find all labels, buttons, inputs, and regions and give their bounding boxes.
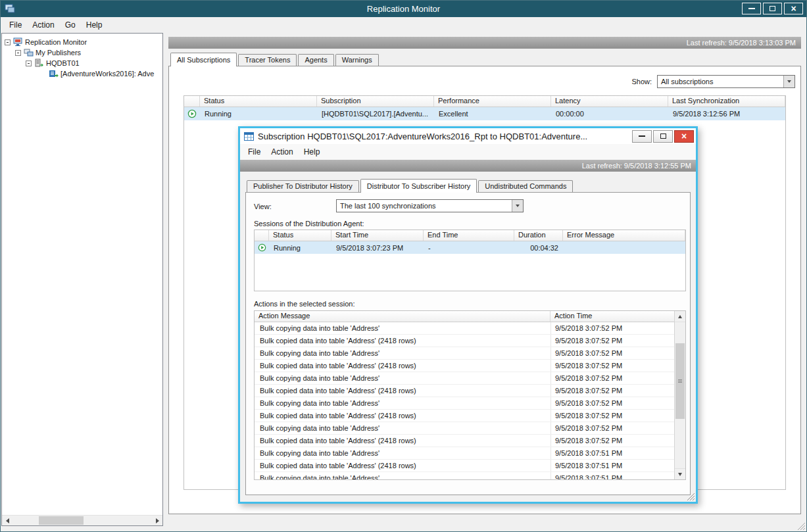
- tab-undistributed-commands[interactable]: Undistributed Commands: [478, 180, 573, 192]
- actions-vertical-scrollbar[interactable]: [674, 311, 685, 479]
- tab-all-subscriptions[interactable]: All Subscriptions: [170, 53, 237, 66]
- dialog-menu-action[interactable]: Action: [266, 145, 298, 158]
- arrow-left-icon: [6, 518, 9, 523]
- action-row[interactable]: Bulk copied data into table 'Address' (2…: [255, 435, 685, 447]
- tree-horizontal-scrollbar[interactable]: [2, 515, 162, 525]
- menu-action[interactable]: Action: [27, 18, 59, 32]
- column-header-error-message[interactable]: Error Message: [563, 230, 685, 241]
- show-combobox-value: All subscriptions: [658, 76, 783, 87]
- publisher-tree-panel: Replication Monitor My Publishers HQDBT0…: [1, 33, 163, 526]
- dialog-resize-grip[interactable]: [686, 492, 695, 501]
- chevron-down-icon[interactable]: [512, 200, 523, 212]
- table-grid-icon: [244, 132, 254, 141]
- dialog-maximize-button[interactable]: [653, 130, 673, 143]
- action-row[interactable]: Bulk copying data into table 'Address'9/…: [255, 322, 685, 335]
- maximize-icon: [660, 133, 666, 139]
- replication-monitor-icon: [12, 37, 23, 47]
- tab-agents[interactable]: Agents: [298, 54, 333, 66]
- subscription-row[interactable]: Running [HQDBT01\SQL2017].[Adventu... Ex…: [184, 107, 785, 120]
- column-header-status[interactable]: Status: [200, 96, 317, 107]
- tab-publisher-to-distributor-history[interactable]: Publisher To Distributor History: [247, 180, 359, 192]
- column-header-status-icon[interactable]: [255, 230, 269, 241]
- action-row[interactable]: Bulk copying data into table 'Address'9/…: [255, 422, 685, 435]
- action-row[interactable]: Bulk copying data into table 'Address'9/…: [255, 472, 685, 480]
- dialog-minimize-button[interactable]: [632, 130, 652, 143]
- arrow-up-icon: [678, 315, 682, 318]
- scrollbar-thumb[interactable]: [39, 516, 84, 525]
- column-header-action-message[interactable]: Action Message: [255, 311, 550, 322]
- close-button[interactable]: ×: [784, 3, 803, 14]
- window-resize-grip[interactable]: [796, 521, 806, 531]
- show-label: Show:: [631, 78, 652, 85]
- action-row[interactable]: Bulk copied data into table 'Address' (2…: [255, 360, 685, 372]
- main-menubar: File Action Go Help: [1, 17, 806, 33]
- column-header-subscription[interactable]: Subscription: [317, 96, 434, 107]
- dialog-menu-help[interactable]: Help: [299, 145, 326, 158]
- column-header-status[interactable]: Status: [269, 230, 331, 241]
- column-header-performance[interactable]: Performance: [434, 96, 551, 107]
- close-icon: ×: [791, 4, 796, 13]
- column-header-duration[interactable]: Duration: [514, 230, 563, 241]
- menu-help[interactable]: Help: [81, 18, 108, 32]
- menu-file[interactable]: File: [4, 18, 27, 32]
- scroll-up-button[interactable]: [675, 311, 685, 322]
- tab-tracer-tokens[interactable]: Tracer Tokens: [238, 54, 297, 66]
- menu-go[interactable]: Go: [60, 18, 81, 32]
- view-combobox[interactable]: The last 100 synchronizations: [336, 199, 524, 212]
- action-row[interactable]: Bulk copying data into table 'Address'9/…: [255, 397, 685, 410]
- action-row[interactable]: Bulk copying data into table 'Address'9/…: [255, 447, 685, 460]
- chevron-down-icon[interactable]: [783, 76, 795, 87]
- scroll-right-button[interactable]: [152, 516, 162, 525]
- column-header-status-icon[interactable]: [184, 96, 200, 107]
- cell-status: Running: [269, 243, 331, 253]
- dialog-menubar: File Action Help: [240, 144, 696, 160]
- action-row[interactable]: Bulk copied data into table 'Address' (2…: [255, 385, 685, 397]
- cell-action-time: 9/5/2018 3:07:52 PM: [550, 435, 675, 447]
- main-titlebar: Replication Monitor ×: [1, 1, 806, 17]
- maximize-button[interactable]: [763, 3, 782, 14]
- maximize-icon: [770, 6, 775, 11]
- sessions-label: Sessions of the Distribution Agent:: [254, 220, 364, 228]
- sessions-grid-header: Status Start Time End Time Duration Erro…: [255, 230, 685, 241]
- my-publishers-icon: [23, 48, 34, 57]
- column-header-last-synchronization[interactable]: Last Synchronization: [668, 96, 785, 107]
- tab-warnings[interactable]: Warnings: [335, 54, 379, 66]
- action-row[interactable]: Bulk copied data into table 'Address' (2…: [255, 410, 685, 422]
- action-row[interactable]: Bulk copied data into table 'Address' (2…: [255, 335, 685, 347]
- tree-item-adventureworks2016[interactable]: [AdventureWorks2016]: Adve: [2, 68, 162, 79]
- collapse-toggle-icon[interactable]: [26, 60, 32, 66]
- collapse-toggle-icon[interactable]: [15, 50, 21, 56]
- column-header-action-time[interactable]: Action Time: [550, 311, 675, 322]
- show-combobox[interactable]: All subscriptions: [657, 75, 795, 88]
- cell-action-time: 9/5/2018 3:07:52 PM: [550, 385, 675, 397]
- tab-distributor-to-subscriber-history[interactable]: Distributor To Subscriber History: [360, 179, 477, 193]
- dialog-menu-file[interactable]: File: [243, 145, 266, 158]
- tree-item-replication-monitor[interactable]: Replication Monitor: [2, 37, 162, 47]
- cell-action-time: 9/5/2018 3:07:51 PM: [550, 447, 675, 459]
- minimize-icon: [748, 8, 755, 9]
- cell-action-message: Bulk copying data into table 'Address': [255, 322, 550, 334]
- minimize-button[interactable]: [742, 3, 761, 14]
- column-header-start-time[interactable]: Start Time: [331, 230, 424, 241]
- action-row[interactable]: Bulk copied data into table 'Address' (2…: [255, 460, 685, 472]
- column-header-latency[interactable]: Latency: [551, 96, 668, 107]
- scrollbar-thumb[interactable]: [675, 343, 685, 419]
- window-title: Replication Monitor: [1, 1, 806, 17]
- window-controls: ×: [742, 3, 803, 14]
- action-row[interactable]: Bulk copying data into table 'Address'9/…: [255, 347, 685, 360]
- scroll-left-button[interactable]: [2, 516, 12, 525]
- tree-item-hqdbt01[interactable]: HQDBT01: [2, 58, 162, 68]
- session-row[interactable]: Running 9/5/2018 3:07:23 PM - 00:04:32: [255, 241, 685, 254]
- tree-item-my-publishers[interactable]: My Publishers: [2, 47, 162, 58]
- scroll-down-button[interactable]: [675, 468, 685, 479]
- cell-status: Running: [200, 109, 317, 119]
- cell-action-message: Bulk copying data into table 'Address': [255, 397, 550, 409]
- action-row[interactable]: Bulk copying data into table 'Address'9/…: [255, 372, 685, 385]
- dialog-close-button[interactable]: ×: [674, 130, 694, 143]
- collapse-toggle-icon[interactable]: [5, 39, 11, 45]
- cell-action-time: 9/5/2018 3:07:52 PM: [550, 397, 675, 409]
- tree-item-label: HQDBT01: [46, 59, 80, 67]
- column-header-end-time[interactable]: End Time: [424, 230, 514, 241]
- dialog-last-refresh-bar: Last refresh: 9/5/2018 3:12:55 PM: [240, 160, 696, 172]
- cell-action-message: Bulk copied data into table 'Address' (2…: [255, 360, 550, 372]
